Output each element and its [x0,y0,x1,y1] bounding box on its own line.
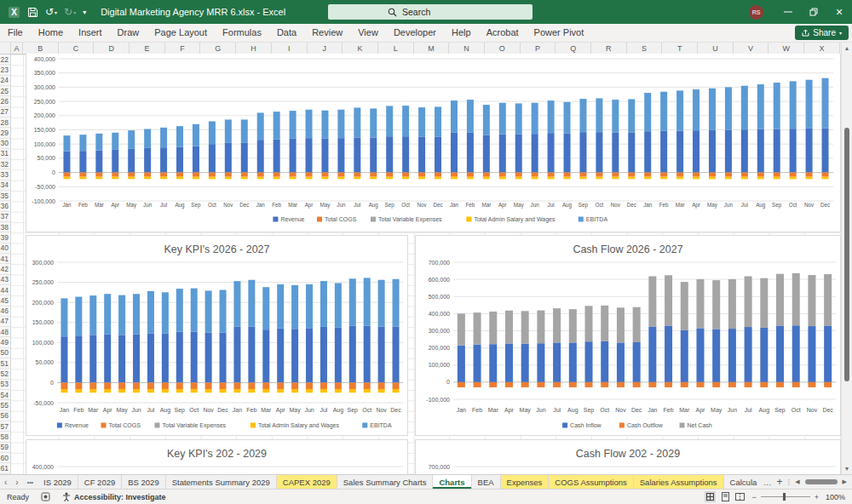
scroll-down-icon[interactable]: ▼ [842,463,852,474]
minimize-button[interactable] [775,0,801,24]
row-header-33[interactable]: 33 [0,169,10,180]
column-header-F[interactable]: F [165,43,201,54]
sheet-tab-cf-2029[interactable]: CF 2029 [78,475,122,489]
column-header-W[interactable]: W [769,43,804,54]
row-header-25[interactable]: 25 [0,86,10,96]
share-button[interactable]: Share ▾ [795,26,849,40]
sheet-tab-statements-summary-2029[interactable]: Statements Summary 2029 [166,475,277,489]
accessibility-status[interactable]: Accessibility: Investigate [74,493,166,501]
row-header-41[interactable]: 41 [0,254,10,264]
undo-button[interactable]: ↺▾ [43,3,60,21]
ribbon-tab-developer[interactable]: Developer [386,24,444,42]
row-header-53[interactable]: 53 [0,380,10,390]
row-header-46[interactable]: 46 [0,306,10,317]
row-header-30[interactable]: 30 [0,139,10,149]
row-header-45[interactable]: 45 [0,295,10,306]
row-header-31[interactable]: 31 [0,149,10,159]
row-header-54[interactable]: 54 [0,390,10,400]
sheet-tab-sales-summary-charts[interactable]: Sales Summary Charts [337,475,434,489]
row-header-57[interactable]: 57 [0,421,10,432]
row-header-55[interactable]: 55 [0,400,10,410]
excel-app-icon[interactable]: X [5,3,23,21]
row-header-42[interactable]: 42 [0,264,10,274]
sheet-more-left[interactable]: ••• [23,475,37,489]
row-header-48[interactable]: 48 [0,327,10,337]
row-header-39[interactable]: 39 [0,232,10,243]
tab-splitter-handle[interactable]: ⁞ [788,478,791,487]
select-all-corner[interactable] [0,43,11,54]
column-header-L[interactable]: L [378,43,414,54]
zoom-out-button[interactable]: − [751,493,756,501]
column-header-X[interactable]: X [804,43,840,54]
chart-key-kpis-2026-2027[interactable]: Key KPI's 2026 - 2027300,000250,000200,0… [26,235,408,436]
sheet-tab-bea[interactable]: BEA [472,475,501,489]
column-header-K[interactable]: K [343,43,378,54]
sheet-tab-bs-2029[interactable]: BS 2029 [122,475,165,489]
page-layout-view-icon[interactable] [721,492,730,501]
column-header-C[interactable]: C [59,43,95,54]
sheet-nav-next[interactable]: › [11,475,22,489]
column-header-S[interactable]: S [627,43,663,54]
column-header-V[interactable]: V [734,43,769,54]
ribbon-tab-view[interactable]: View [350,24,386,42]
row-header-43[interactable]: 43 [0,275,10,285]
sheet-nav-prev[interactable]: ‹ [0,475,11,489]
row-header-51[interactable]: 51 [0,358,10,369]
scroll-up-icon[interactable]: ▲ [842,43,852,54]
column-header-G[interactable]: G [200,43,236,54]
row-header-40[interactable]: 40 [0,243,10,254]
horizontal-scroll-thumb[interactable] [805,479,838,484]
row-header-32[interactable]: 32 [0,159,10,169]
row-header-58[interactable]: 58 [0,432,10,442]
sheet-tab-is-2029[interactable]: IS 2029 [37,475,78,489]
ribbon-tab-data[interactable]: Data [269,24,304,42]
row-header-50[interactable]: 50 [0,348,10,358]
sheet-tab-charts[interactable]: Charts [433,475,471,489]
row-header-44[interactable]: 44 [0,285,10,295]
more-sheets-icon[interactable]: … [763,478,772,487]
ribbon-tab-acrobat[interactable]: Acrobat [479,24,527,42]
ribbon-tab-power-pivot[interactable]: Power Pivot [527,24,592,42]
ribbon-tab-page-layout[interactable]: Page Layout [147,24,215,42]
ribbon-tab-home[interactable]: Home [31,24,71,42]
column-header-I[interactable]: I [272,43,308,54]
ribbon-tab-help[interactable]: Help [444,24,479,42]
row-header-52[interactable]: 52 [0,369,10,379]
row-header-27[interactable]: 27 [0,107,10,117]
chart-key-kpis-2028-2029-partial[interactable]: Key KPI's 202 - 2029400,000 [26,439,408,474]
column-header-B[interactable]: B [23,43,59,54]
search-box[interactable]: Search [328,4,532,20]
zoom-level[interactable]: 100% [826,493,845,501]
column-header-T[interactable]: T [662,43,698,54]
vertical-scrollbar[interactable]: ▲ ▼ [841,43,852,474]
column-header-J[interactable]: J [308,43,343,54]
sheet-tab-salaries-assumptions[interactable]: Salaries Assumptions [634,475,724,489]
row-header-29[interactable]: 29 [0,128,10,138]
row-header-26[interactable]: 26 [0,96,10,106]
column-header-D[interactable]: D [94,43,130,54]
hscroll-right-icon[interactable]: ▶ [843,478,847,485]
sheet-tab-cogs-assumptions[interactable]: COGS Assumptions [549,475,633,489]
row-header-61[interactable]: 61 [0,463,10,473]
sheet-tab-capex-2029[interactable]: CAPEX 2029 [277,475,337,489]
sheet-tab-calcula[interactable]: Calcula [724,475,758,489]
chart-key-kpis-all-years[interactable]: 400,000350,000300,000250,000200,000150,0… [26,54,841,232]
row-header-24[interactable]: 24 [0,76,10,86]
macro-record-icon[interactable] [41,492,50,501]
row-header-28[interactable]: 28 [0,117,10,128]
row-header-36[interactable]: 36 [0,201,10,211]
column-header-R[interactable]: R [591,43,627,54]
row-header-49[interactable]: 49 [0,337,10,347]
chart-cash-flow-2026-2027[interactable]: Cash Flow 2026 - 2027700,000600,000500,0… [415,235,841,436]
row-header-34[interactable]: 34 [0,180,10,191]
row-header-35[interactable]: 35 [0,191,10,201]
row-header-23[interactable]: 23 [0,65,10,75]
column-header-U[interactable]: U [698,43,734,54]
column-header-M[interactable]: M [414,43,450,54]
undo-caret-icon[interactable]: ▾ [55,9,57,15]
save-icon[interactable] [25,3,41,21]
restore-button[interactable] [801,0,826,24]
ribbon-tab-formulas[interactable]: Formulas [215,24,269,42]
normal-view-icon[interactable] [705,491,716,502]
row-header-59[interactable]: 59 [0,443,10,453]
